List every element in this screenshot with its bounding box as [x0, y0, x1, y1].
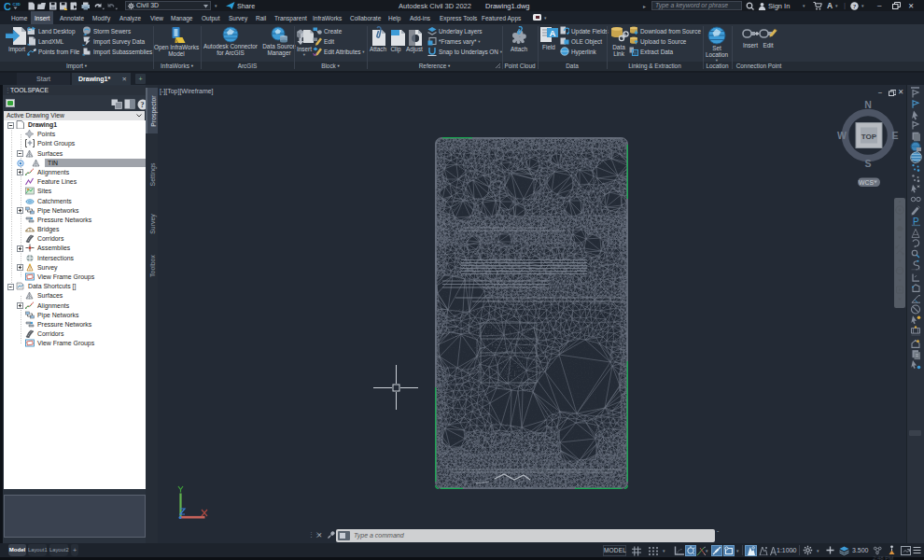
svg-text:N: N	[864, 99, 872, 110]
svg-text:C3D: C3D	[13, 2, 21, 7]
svg-text:E: E	[891, 130, 898, 141]
svg-text:?: ?	[853, 3, 857, 10]
svg-text:?: ?	[141, 100, 145, 108]
svg-text:WCS: WCS	[859, 179, 874, 186]
svg-text:TOP: TOP	[861, 133, 877, 141]
svg-text:C: C	[4, 1, 11, 11]
svg-text:W: W	[837, 130, 847, 141]
svg-text:S: S	[864, 158, 871, 169]
svg-text:A: A	[549, 28, 555, 38]
